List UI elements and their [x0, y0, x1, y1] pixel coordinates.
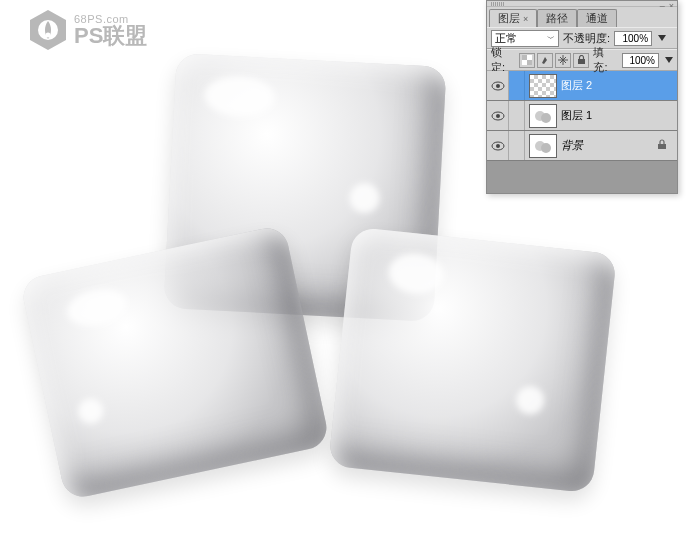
link-column[interactable]: [509, 71, 525, 100]
eye-icon: [491, 81, 505, 91]
svg-point-2: [46, 33, 51, 38]
chevron-down-icon: ﹀: [547, 33, 555, 44]
layer-thumbnail[interactable]: [529, 134, 557, 158]
tab-layers[interactable]: 图层 ×: [489, 9, 537, 27]
panel-grip-icon: [491, 2, 521, 6]
layers-list: 图层 2 图层 1 背景: [487, 71, 677, 193]
panel-tabs: 图层 × 路径 通道: [487, 7, 677, 27]
tab-label: 通道: [586, 11, 608, 26]
layer-thumbnail[interactable]: [529, 74, 557, 98]
svg-rect-6: [522, 60, 527, 65]
link-column[interactable]: [509, 131, 525, 160]
svg-point-14: [541, 113, 551, 123]
lock-pixels-button[interactable]: [537, 53, 553, 68]
layer-thumbnail[interactable]: [529, 104, 557, 128]
layer-name[interactable]: 背景: [561, 138, 657, 153]
tab-paths[interactable]: 路径: [537, 9, 577, 27]
opacity-value: 100%: [622, 33, 648, 44]
lock-fill-row: 锁定: 填充: 100%: [487, 49, 677, 71]
link-column[interactable]: [509, 101, 525, 130]
svg-point-11: [496, 114, 500, 118]
opacity-input[interactable]: 100%: [614, 31, 652, 46]
fill-input[interactable]: 100%: [622, 53, 659, 68]
lock-position-button[interactable]: [555, 53, 571, 68]
layers-panel: – × 图层 × 路径 通道 正常 ﹀ 不透明度: 100% 锁定:: [486, 0, 678, 194]
layer-row[interactable]: 图层 1: [487, 101, 677, 131]
svg-rect-5: [527, 55, 532, 60]
visibility-toggle[interactable]: [487, 71, 509, 100]
ice-cube-image: [328, 227, 617, 493]
blend-opacity-row: 正常 ﹀ 不透明度: 100%: [487, 27, 677, 49]
visibility-toggle[interactable]: [487, 131, 509, 160]
layers-empty-area[interactable]: [487, 161, 677, 193]
fill-label: 填充:: [593, 45, 617, 75]
blend-mode-value: 正常: [495, 31, 517, 46]
layer-name[interactable]: 图层 2: [561, 78, 677, 93]
eye-icon: [491, 111, 505, 121]
lock-icon: [657, 139, 671, 152]
ice-cube-image: [20, 224, 331, 500]
fill-slider-icon[interactable]: [665, 57, 673, 63]
layer-row[interactable]: 背景: [487, 131, 677, 161]
tab-channels[interactable]: 通道: [577, 9, 617, 27]
svg-rect-4: [527, 60, 532, 65]
svg-rect-7: [578, 59, 585, 64]
layer-name[interactable]: 图层 1: [561, 108, 677, 123]
layer-row[interactable]: 图层 2: [487, 71, 677, 101]
tab-label: 路径: [546, 11, 568, 26]
svg-point-9: [496, 84, 500, 88]
svg-point-16: [496, 144, 500, 148]
visibility-toggle[interactable]: [487, 101, 509, 130]
blend-mode-select[interactable]: 正常 ﹀: [491, 30, 559, 47]
svg-rect-3: [522, 55, 527, 60]
lock-all-button[interactable]: [573, 53, 589, 68]
fill-value: 100%: [629, 55, 655, 66]
svg-rect-20: [658, 144, 666, 149]
tab-close-icon[interactable]: ×: [523, 14, 528, 24]
opacity-label: 不透明度:: [563, 31, 610, 46]
opacity-slider-icon[interactable]: [658, 35, 666, 41]
lock-transparency-button[interactable]: [519, 53, 535, 68]
tab-label: 图层: [498, 11, 520, 26]
svg-point-19: [541, 143, 551, 153]
eye-icon: [491, 141, 505, 151]
